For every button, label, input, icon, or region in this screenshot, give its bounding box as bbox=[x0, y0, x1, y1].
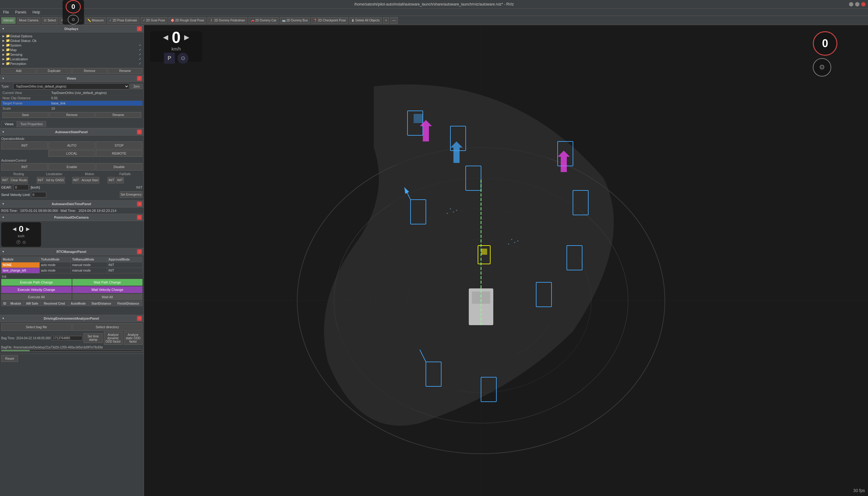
wait-all-btn[interactable]: Wait All bbox=[72, 294, 143, 300]
minimize-btn[interactable] bbox=[849, 2, 853, 6]
loc-init-btn[interactable]: INIT bbox=[37, 177, 44, 183]
add-tool-btn[interactable]: + bbox=[383, 17, 389, 24]
view-tabs: Views Tool Properties bbox=[0, 120, 144, 128]
datetime-close[interactable]: ✕ bbox=[137, 201, 142, 206]
zero-btn[interactable]: Zero bbox=[131, 84, 142, 89]
datetime-panel: ROS Time: 1970-01-01 09:00:00.000 Wall T… bbox=[0, 207, 144, 214]
folder-icon: 📁 bbox=[6, 62, 10, 65]
pose-estimate-btn[interactable]: ✓ 2D Pose Estimate bbox=[107, 17, 139, 24]
svg-point-33 bbox=[450, 208, 451, 210]
col-to-manual: ToManualMode bbox=[71, 257, 107, 262]
display-item-sensing[interactable]: ▶ 📁 Sensing ✓ bbox=[1, 52, 142, 57]
close-btn[interactable] bbox=[861, 2, 866, 6]
accept-start-btn[interactable]: Accept Start bbox=[80, 177, 99, 183]
wait-path-btn[interactable]: Wait Path Change bbox=[72, 279, 143, 286]
execute-all-btn[interactable]: Execute All bbox=[1, 294, 72, 300]
set-emergency-btn[interactable]: Set Emergency bbox=[120, 191, 142, 198]
select-directory-btn[interactable]: Select directory bbox=[72, 323, 143, 331]
gear-circle-small: ⚙ bbox=[813, 58, 831, 77]
routing-init-btn[interactable]: INIT bbox=[1, 177, 9, 183]
autoware-state-close[interactable]: ✕ bbox=[137, 129, 142, 135]
op-remote-btn[interactable]: REMOTE bbox=[96, 150, 142, 157]
stamp-input[interactable] bbox=[52, 336, 82, 340]
remove-display-btn[interactable]: Remove bbox=[72, 68, 107, 74]
remove-view-btn[interactable]: Remove bbox=[49, 112, 95, 118]
execute-path-btn[interactable]: Execute Path Change bbox=[1, 279, 72, 286]
remove-tool-btn[interactable]: — bbox=[390, 17, 398, 24]
autoware-panel: OperationMode INIT AUTO STOP LOCAL REMOT… bbox=[0, 136, 144, 200]
wall-time-label: Wall Time: bbox=[60, 209, 76, 213]
analyze-dynamic-btn[interactable]: Analyze dynamic ODD factor bbox=[104, 331, 123, 345]
display-item-global-options[interactable]: ▶ 📁 Global Options bbox=[1, 34, 142, 38]
move-camera-btn[interactable]: Move Camera bbox=[17, 17, 41, 24]
rough-goal-btn[interactable]: 🎯 2D Rough Goal Pose bbox=[168, 17, 207, 24]
ctrl-enable-btn[interactable]: Enable bbox=[48, 163, 95, 171]
select-btn[interactable]: ☑ Select bbox=[42, 17, 58, 24]
motion-init-btn[interactable]: INIT bbox=[72, 177, 80, 183]
pointcloud-close[interactable]: ✕ bbox=[137, 215, 142, 220]
add-display-btn[interactable]: Add bbox=[1, 68, 36, 74]
display-item-localization[interactable]: ▶ 📁 Localization ✓ bbox=[1, 57, 142, 61]
3d-scene bbox=[144, 25, 868, 496]
rename-display-btn[interactable]: Rename bbox=[108, 68, 142, 74]
op-local-btn[interactable]: LOCAL bbox=[48, 150, 95, 157]
ctrl-init-btn[interactable]: INIT bbox=[1, 163, 48, 171]
display-item-system[interactable]: ▶ 📁 System ✓ bbox=[1, 43, 142, 47]
type-select[interactable]: TopDownOrtho (rviz_default_plugins) bbox=[13, 83, 129, 89]
maximize-btn[interactable] bbox=[855, 2, 859, 6]
speed-unit: km/h bbox=[171, 47, 181, 51]
duplicate-display-btn[interactable]: Duplicate bbox=[37, 68, 72, 74]
display-item-global-status[interactable]: ▶ 📁 Global Status: Ok bbox=[1, 38, 142, 43]
op-auto-btn[interactable]: AUTO bbox=[48, 141, 95, 150]
analyze-static-btn[interactable]: Analyze static ODD factor bbox=[124, 331, 142, 345]
op-stop-btn[interactable]: STOP bbox=[96, 141, 142, 150]
failsafe-init2-btn[interactable]: INIT bbox=[116, 177, 124, 183]
next-speed-icon: ▶ bbox=[184, 33, 189, 41]
set-timestamp-btn[interactable]: Set time stamp bbox=[83, 333, 102, 343]
init-gnss-btn[interactable]: Init by GNSS bbox=[45, 177, 65, 183]
views-close[interactable]: ✕ bbox=[137, 76, 142, 81]
rtc-row-none[interactable]: NONE auto mode manual mode INIT bbox=[1, 262, 142, 268]
display-item-map[interactable]: ▶ 📁 Map ✓ bbox=[1, 47, 142, 52]
mini-park-icon: Ⓟ bbox=[16, 240, 20, 245]
interact-btn[interactable]: Interact bbox=[1, 17, 16, 24]
section-collapse-icon: ▼ bbox=[2, 27, 4, 30]
autoware-control-row: INIT Enable Disable bbox=[1, 163, 142, 171]
gear-input[interactable] bbox=[14, 185, 29, 190]
toolbar: Interact Move Camera ☑ Select Focus Came… bbox=[0, 16, 868, 25]
op-init-btn[interactable]: INIT bbox=[1, 141, 48, 150]
left-panel: ▼ Displays ✕ ▶ 📁 Global Options ▶ 📁 Glob… bbox=[0, 25, 144, 496]
dummy-ped-btn[interactable]: 🚶 2D Dummy Pedestrian bbox=[208, 17, 247, 24]
3d-view[interactable]: ◀ 0 ▶ km/h P ⊙ 0 ⚙ 30 fps bbox=[144, 25, 868, 496]
menu-panels[interactable]: Panels bbox=[14, 10, 28, 15]
menu-file[interactable]: File bbox=[2, 10, 10, 15]
folder-icon: 📁 bbox=[6, 43, 10, 47]
datetime-header: ▼ AutowareDateTimePanel ✕ bbox=[0, 200, 144, 207]
dummy-car-btn[interactable]: 🚗 2D Dummy Car bbox=[248, 17, 278, 24]
delete-icon: 🗑 bbox=[351, 19, 354, 22]
measure-btn[interactable]: 📏 Measure bbox=[85, 17, 106, 24]
menu-help[interactable]: Help bbox=[31, 10, 41, 15]
rtc-close[interactable]: ✕ bbox=[137, 249, 142, 254]
checkpoint-pose-btn[interactable]: 📍 2D Checkpoint Pose bbox=[311, 17, 348, 24]
displays-close[interactable]: ✕ bbox=[137, 26, 142, 31]
goal-pose-btn[interactable]: ✓ 2D Goal Pose bbox=[141, 17, 167, 24]
wait-velocity-btn[interactable]: Wait Velocity Change bbox=[72, 286, 143, 293]
select-bag-file-btn[interactable]: Select bag file bbox=[1, 323, 72, 331]
clear-route-btn[interactable]: Clear Route bbox=[10, 177, 28, 183]
ctrl-disable-btn[interactable]: Disable bbox=[96, 163, 142, 171]
rtc-row-lane-change[interactable]: lane_change_left auto mode manual mode I… bbox=[1, 268, 142, 274]
send-velocity-input[interactable] bbox=[31, 192, 46, 198]
rename-view-btn[interactable]: Rename bbox=[95, 112, 141, 118]
tab-tool-properties[interactable]: Tool Properties bbox=[17, 121, 46, 127]
dummy-bus-btn[interactable]: 🚌 2D Dummy Bus bbox=[280, 17, 310, 24]
execute-velocity-btn[interactable]: Execute Velocity Change bbox=[1, 286, 72, 293]
driving-close[interactable]: ✕ bbox=[137, 316, 142, 321]
save-view-btn[interactable]: Save bbox=[2, 112, 48, 118]
display-item-perception[interactable]: ▶ 📁 Perception ✓ bbox=[1, 61, 142, 66]
failsafe-init-btn[interactable]: INIT bbox=[108, 177, 115, 183]
reset-btn[interactable]: Reset bbox=[1, 355, 18, 362]
target-frame-row[interactable]: Target Frame base_link bbox=[1, 101, 142, 106]
delete-all-btn[interactable]: 🗑 Delete All Objects bbox=[349, 17, 382, 24]
tab-views[interactable]: Views bbox=[1, 121, 17, 127]
